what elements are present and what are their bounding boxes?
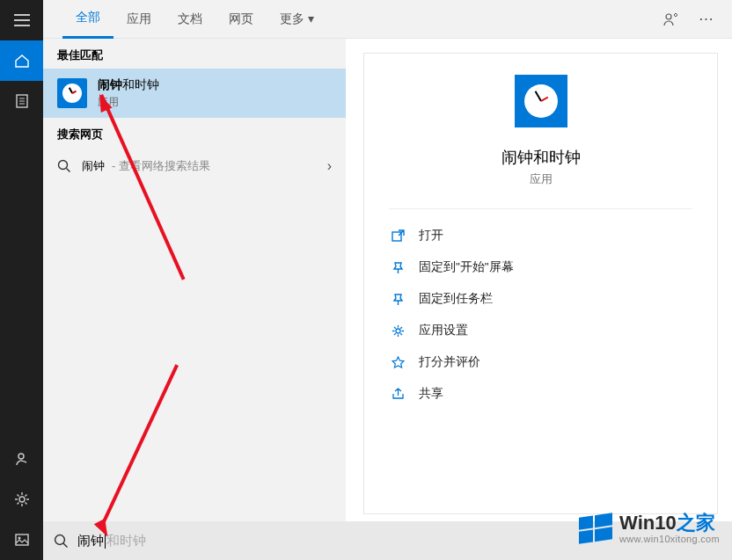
results-panel: 最佳匹配 闹钟和时钟 应用 搜索网页 闹钟- 查看网络搜索结果 › [43, 39, 346, 521]
svg-point-5 [666, 14, 671, 19]
hamburger-icon [14, 14, 30, 26]
result-subtitle: 应用 [98, 95, 332, 110]
image-button[interactable] [0, 520, 43, 560]
action-pin-start[interactable]: 固定到"开始"屏幕 [389, 251, 692, 283]
action-pin-taskbar[interactable]: 固定到任务栏 [389, 283, 692, 315]
svg-point-1 [18, 454, 24, 459]
web-search-item[interactable]: 闹钟- 查看网络搜索结果 › [43, 148, 346, 185]
clock-icon [62, 84, 82, 103]
web-search-header: 搜索网页 [43, 118, 346, 148]
svg-point-4 [18, 537, 20, 540]
svg-point-2 [19, 497, 25, 502]
windows-logo-icon [579, 513, 612, 543]
clock-icon [524, 84, 558, 118]
list-icon [14, 93, 30, 109]
action-share[interactable]: 共享 [389, 378, 692, 410]
preview-title: 闹钟和时钟 [501, 147, 581, 168]
result-title: 闹钟和时钟 [98, 77, 332, 93]
settings-button[interactable] [0, 479, 43, 520]
gear-icon [389, 324, 406, 338]
tab-all[interactable]: 全部 [62, 0, 113, 39]
chevron-right-icon: › [327, 158, 332, 174]
svg-point-9 [55, 535, 65, 544]
best-match-header: 最佳匹配 [43, 39, 346, 69]
pin-icon [389, 293, 406, 306]
recent-button[interactable] [0, 81, 43, 121]
action-rate[interactable]: 打分并评价 [389, 346, 692, 378]
star-icon [389, 356, 406, 369]
share-icon [389, 388, 406, 401]
user-button[interactable] [0, 439, 43, 479]
svg-rect-3 [16, 535, 28, 545]
preview-app-tile [515, 75, 567, 127]
pin-icon [389, 261, 406, 274]
open-icon [389, 229, 406, 243]
home-button[interactable] [0, 40, 43, 81]
feedback-button[interactable] [653, 0, 688, 39]
image-icon [14, 532, 30, 548]
person-feedback-icon [662, 11, 678, 27]
preview-panel: 闹钟和时钟 应用 打开 固定到"开始"屏幕 固定到任务栏 应用设置 打分并评价 … [363, 53, 718, 514]
svg-point-8 [396, 329, 400, 333]
tab-more[interactable]: 更多 ▾ [267, 0, 327, 39]
search-icon [57, 159, 71, 173]
more-button[interactable]: ⋯ [688, 0, 723, 39]
search-icon [54, 534, 69, 549]
app-tile [57, 78, 87, 108]
tab-web[interactable]: 网页 [216, 0, 267, 39]
action-app-settings[interactable]: 应用设置 [389, 315, 692, 346]
svg-point-6 [59, 161, 68, 170]
home-icon [14, 53, 30, 69]
topbar: 全部 应用 文档 网页 更多 ▾ ⋯ [43, 0, 732, 39]
menu-button[interactable] [0, 0, 43, 40]
action-open[interactable]: 打开 [389, 220, 692, 251]
tab-docs[interactable]: 文档 [165, 0, 216, 39]
svg-rect-7 [392, 232, 401, 241]
tab-apps[interactable]: 应用 [113, 0, 165, 39]
user-icon [14, 451, 30, 467]
preview-subtitle: 应用 [530, 171, 553, 187]
best-match-item[interactable]: 闹钟和时钟 应用 [43, 69, 346, 118]
gear-icon [14, 491, 30, 507]
search-text[interactable]: 闹钟和时钟 [77, 533, 146, 549]
watermark: Win10之家 www.win10xitong.com [579, 513, 720, 544]
